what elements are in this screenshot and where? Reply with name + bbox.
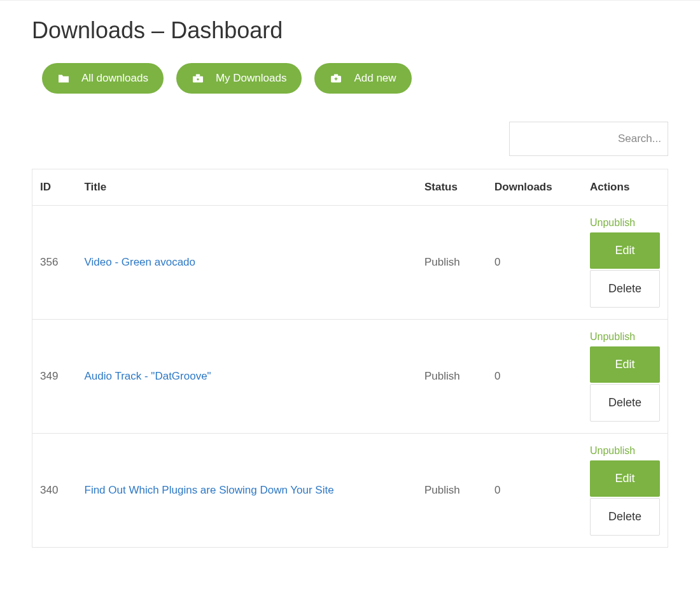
downloads-table: ID Title Status Downloads Actions 356 Vi… <box>32 169 668 548</box>
my-downloads-label: My Downloads <box>216 72 287 85</box>
table-row: 349 Audio Track - "DatGroove" Publish 0 … <box>32 320 668 434</box>
title-link[interactable]: Find Out Which Plugins are Slowing Down … <box>85 484 334 496</box>
unpublish-link[interactable]: Unpublish <box>590 331 635 343</box>
delete-button[interactable]: Delete <box>590 270 660 308</box>
my-downloads-button[interactable]: My Downloads <box>176 63 302 94</box>
cell-status: Publish <box>417 206 487 320</box>
col-header-downloads: Downloads <box>487 169 582 206</box>
col-header-actions: Actions <box>582 169 668 206</box>
briefcase-icon <box>192 73 204 83</box>
svg-rect-4 <box>334 75 338 76</box>
cell-id: 349 <box>32 320 77 434</box>
delete-button[interactable]: Delete <box>590 384 660 422</box>
cell-downloads: 0 <box>487 320 582 434</box>
edit-button[interactable]: Edit <box>590 346 660 383</box>
edit-button[interactable]: Edit <box>590 232 660 269</box>
folder-icon <box>57 73 70 83</box>
search-input[interactable] <box>509 122 668 156</box>
cell-status: Publish <box>417 320 487 434</box>
col-header-id: ID <box>32 169 77 206</box>
camera-plus-icon <box>330 73 342 83</box>
svg-point-2 <box>197 78 199 80</box>
unpublish-link[interactable]: Unpublish <box>590 445 635 457</box>
add-new-button[interactable]: Add new <box>314 63 411 94</box>
cell-id: 340 <box>32 434 77 548</box>
table-row: 356 Video - Green avocado Publish 0 Unpu… <box>32 206 668 320</box>
title-link[interactable]: Video - Green avocado <box>85 256 196 268</box>
all-downloads-label: All downloads <box>81 72 148 85</box>
top-button-row: All downloads My Downloads Add new <box>32 63 668 94</box>
delete-button[interactable]: Delete <box>590 498 660 536</box>
svg-rect-1 <box>196 75 200 76</box>
col-header-status: Status <box>417 169 487 206</box>
page-title: Downloads – Dashboard <box>32 17 668 44</box>
edit-button[interactable]: Edit <box>590 460 660 497</box>
cell-id: 356 <box>32 206 77 320</box>
col-header-title: Title <box>77 169 417 206</box>
table-row: 340 Find Out Which Plugins are Slowing D… <box>32 434 668 548</box>
cell-downloads: 0 <box>487 434 582 548</box>
cell-downloads: 0 <box>487 206 582 320</box>
title-link[interactable]: Audio Track - "DatGroove" <box>85 370 211 382</box>
all-downloads-button[interactable]: All downloads <box>42 63 164 94</box>
unpublish-link[interactable]: Unpublish <box>590 217 635 229</box>
add-new-label: Add new <box>354 72 396 85</box>
cell-status: Publish <box>417 434 487 548</box>
